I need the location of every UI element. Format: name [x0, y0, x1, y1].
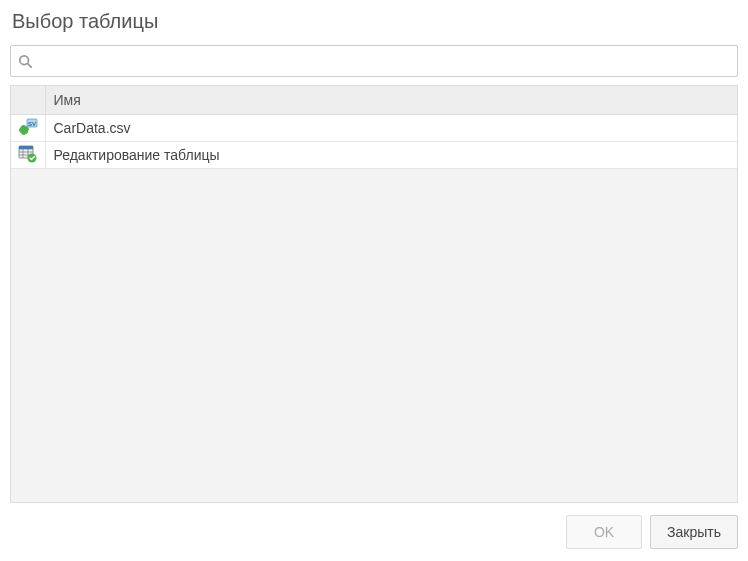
tables-list: Имя SV CarDat	[11, 86, 737, 169]
search-input[interactable]	[10, 45, 738, 77]
table-list-container: Имя SV CarDat	[10, 85, 738, 503]
table-header-row: Имя	[11, 86, 737, 115]
column-header-icon[interactable]	[11, 86, 45, 115]
row-name-cell: Редактирование таблицы	[45, 142, 737, 169]
table-row[interactable]: SV CarData.csv	[11, 115, 737, 142]
table-row[interactable]: Редактирование таблицы	[11, 142, 737, 169]
select-table-dialog: Выбор таблицы Имя	[0, 0, 748, 561]
row-name-cell: CarData.csv	[45, 115, 737, 142]
svg-rect-12	[19, 146, 33, 149]
search-field-wrapper	[10, 45, 738, 77]
ok-button[interactable]: OK	[566, 515, 642, 549]
row-icon-cell: SV	[11, 115, 45, 142]
close-button[interactable]: Закрыть	[650, 515, 738, 549]
dialog-footer: OK Закрыть	[10, 515, 738, 549]
svg-point-13	[27, 153, 36, 162]
table-edit-icon	[18, 145, 38, 163]
dialog-title: Выбор таблицы	[10, 10, 738, 33]
csv-file-icon: SV	[18, 118, 38, 136]
row-icon-cell	[11, 142, 45, 169]
svg-text:SV: SV	[28, 120, 36, 126]
column-header-name[interactable]: Имя	[45, 86, 737, 115]
